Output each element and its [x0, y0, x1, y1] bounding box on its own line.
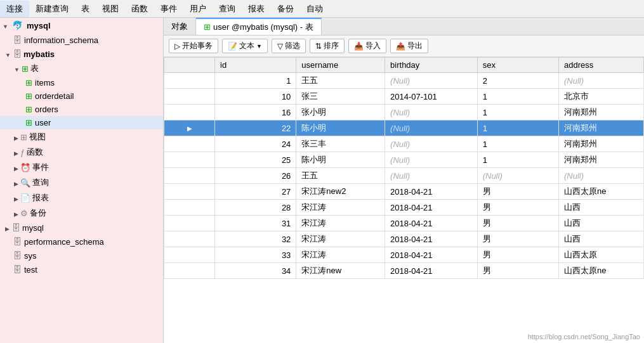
sidebar-item-baobiao[interactable]: 📄 报表: [0, 190, 163, 205]
col-username[interactable]: username: [296, 58, 385, 73]
sys-db-icon: 🗄: [13, 250, 22, 261]
tab-object[interactable]: 对象: [164, 18, 196, 35]
row-indicator: [164, 152, 215, 168]
row-indicator: [164, 231, 215, 247]
content-area: 对象 ⊞ user @mybatis (mysql) - 表 ▷ 开始事务 📝 …: [164, 18, 644, 343]
filter-button[interactable]: ▽ 筛选: [272, 39, 306, 53]
cell-username: 张三丰: [296, 136, 385, 152]
begin-transaction-label: 开始事务: [182, 41, 213, 51]
table-row[interactable]: 27宋江涛new22018-04-21男山西太原ne: [164, 184, 644, 200]
table-row[interactable]: 33宋江涛2018-04-21男山西太原: [164, 247, 644, 263]
cell-birthday: (Null): [385, 120, 478, 136]
table-row[interactable]: ▶22陈小明(Null)1河南郑州: [164, 120, 644, 136]
menu-function[interactable]: 函数: [125, 1, 154, 17]
row-indicator: [164, 73, 215, 89]
cell-id: 1: [215, 73, 296, 89]
cell-address: 河南郑州: [559, 105, 644, 120]
text-icon: 📝: [228, 42, 237, 51]
cell-birthday: (Null): [385, 105, 478, 120]
sidebar-item-mybatis[interactable]: 🗄 mybatis: [0, 47, 163, 61]
table-row[interactable]: 25陈小明(Null)1河南郑州: [164, 152, 644, 168]
sidebar-label-baobiao: 报表: [32, 192, 49, 204]
cell-id: 26: [215, 168, 296, 184]
menu-user[interactable]: 用户: [183, 1, 213, 17]
sidebar-item-shitu[interactable]: ⊞ 视图: [0, 129, 163, 145]
cell-address: 河南郑州: [559, 136, 644, 152]
menu-backup[interactable]: 备份: [271, 1, 300, 17]
table-row[interactable]: 26王五(Null)(Null)(Null): [164, 168, 644, 184]
transaction-icon: ▷: [174, 42, 180, 51]
sidebar-item-items[interactable]: ⊞ items: [0, 76, 163, 89]
menu-new-query[interactable]: 新建查询: [29, 1, 75, 17]
menu-connect[interactable]: 连接: [0, 1, 29, 17]
tab-table[interactable]: ⊞ user @mybatis (mysql) - 表: [196, 18, 322, 35]
col-birthday[interactable]: birthday: [385, 58, 478, 73]
arrow-mybatis-icon: [5, 49, 11, 59]
cell-birthday: 2018-04-21: [385, 263, 478, 279]
sidebar-item-sys[interactable]: 🗄 sys: [0, 249, 163, 262]
table-row[interactable]: 34宋江涛new2018-04-21男山西太原ne: [164, 263, 644, 279]
begin-transaction-button[interactable]: ▷ 开始事务: [169, 39, 218, 53]
sidebar-item-chaxun[interactable]: 🔍 查询: [0, 175, 163, 190]
menu-view[interactable]: 视图: [96, 1, 125, 17]
col-address[interactable]: address: [559, 58, 644, 73]
import-label: 导入: [365, 41, 381, 51]
sidebar-item-test[interactable]: 🗄 test: [0, 262, 163, 276]
sidebar-item-beifen[interactable]: ⚙ 备份: [0, 205, 163, 221]
table-row[interactable]: 31宋江涛2018-04-21男山西: [164, 216, 644, 231]
menu-auto[interactable]: 自动: [300, 1, 329, 17]
table-row[interactable]: 28宋江涛2018-04-21男山西: [164, 200, 644, 216]
cell-username: 王五: [296, 73, 385, 89]
data-table: id username birthday sex address 1王五(Nul…: [164, 57, 644, 279]
cell-address: 河南郑州: [559, 120, 644, 136]
row-indicator: [164, 200, 215, 216]
arrow-baobiao-icon: [14, 193, 18, 203]
cell-id: 25: [215, 152, 296, 168]
sidebar-label-hanshu: 函数: [27, 146, 43, 158]
cell-address: (Null): [559, 73, 644, 89]
sidebar-item-information-schema[interactable]: 🗄 information_schema: [0, 33, 163, 47]
menu-event[interactable]: 事件: [154, 1, 183, 17]
sidebar-label-beifen: 备份: [30, 207, 46, 219]
cell-id: 28: [215, 200, 296, 216]
menu-query[interactable]: 查询: [213, 1, 242, 17]
row-indicator: [164, 136, 215, 152]
text-button[interactable]: 📝 文本 ▼: [222, 39, 268, 53]
tab-bar: 对象 ⊞ user @mybatis (mysql) - 表: [164, 18, 644, 36]
sidebar-item-hanshu[interactable]: ƒ 函数: [0, 145, 163, 160]
table-row[interactable]: 10张三2014-07-1011北京市: [164, 89, 644, 105]
func-group-icon: ƒ: [20, 148, 25, 157]
cell-sex: 男: [477, 231, 558, 247]
sidebar-item-biao[interactable]: ⊞ 表: [0, 61, 163, 76]
sidebar-item-orders[interactable]: ⊞ orders: [0, 103, 163, 116]
export-button[interactable]: 📤 导出: [390, 39, 428, 53]
sidebar-label-sys: sys: [24, 251, 37, 261]
sidebar-label-biao: 表: [30, 63, 39, 74]
sidebar-item-orderdetail[interactable]: ⊞ orderdetail: [0, 89, 163, 103]
sort-button[interactable]: ⇅ 排序: [310, 39, 345, 53]
sidebar-item-mysql-root[interactable]: 🐬 mysql: [0, 18, 163, 33]
sidebar-label-mybatis: mybatis: [23, 49, 55, 59]
cell-username: 张三: [296, 89, 385, 105]
menu-report[interactable]: 报表: [242, 1, 271, 17]
col-id[interactable]: id: [215, 58, 296, 73]
menu-table[interactable]: 表: [75, 1, 96, 17]
cell-username: 陈小明: [296, 120, 385, 136]
arrow-beifen-icon: [14, 209, 18, 218]
cell-id: 22: [215, 120, 296, 136]
sidebar-item-performance-schema[interactable]: 🗄 performance_schema: [0, 235, 163, 249]
table-row[interactable]: 1王五(Null)2(Null): [164, 73, 644, 89]
arrow-chaxun-icon: [14, 178, 18, 188]
table-area[interactable]: id username birthday sex address 1王五(Nul…: [164, 57, 644, 343]
table-row[interactable]: 24张三丰(Null)1河南郑州: [164, 136, 644, 152]
row-indicator: [164, 216, 215, 231]
sidebar-item-mysql2[interactable]: 🗄 mysql: [0, 221, 163, 235]
table-row[interactable]: 16张小明(Null)1河南郑州: [164, 105, 644, 120]
import-button[interactable]: 📥 导入: [348, 39, 386, 53]
col-sex[interactable]: sex: [477, 58, 558, 73]
sidebar-item-shijian[interactable]: ⏰ 事件: [0, 160, 163, 175]
sidebar-item-user[interactable]: ⊞ user: [0, 116, 163, 129]
cell-username: 王五: [296, 168, 385, 184]
cell-sex: 男: [477, 184, 558, 200]
table-row[interactable]: 32宋江涛2018-04-21男山西: [164, 231, 644, 247]
